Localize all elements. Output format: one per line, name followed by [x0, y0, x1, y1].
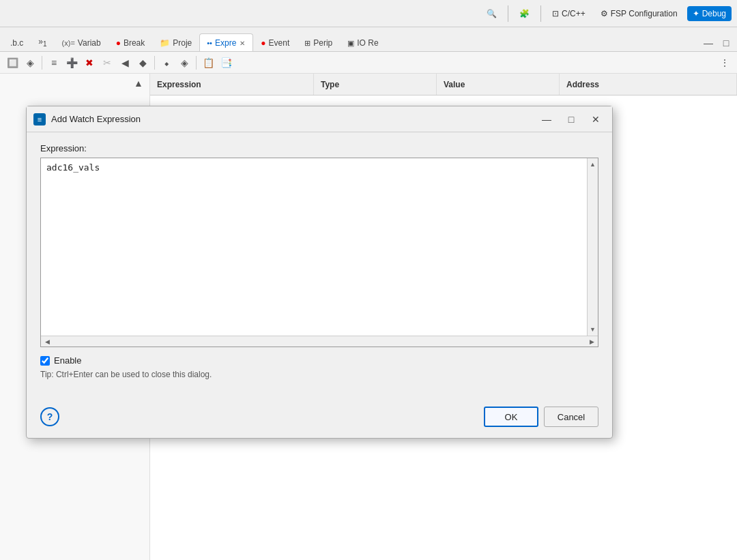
- dialog-maximize-button[interactable]: □: [562, 112, 581, 127]
- dialog-overlay: ≡ Add Watch Expression — □ ✕ Expression:…: [0, 0, 737, 560]
- horizontal-scrollbar[interactable]: ◀ ▶: [41, 336, 598, 347]
- dialog-footer: ? OK Cancel: [27, 398, 612, 438]
- dialog-close-button[interactable]: ✕: [586, 112, 605, 127]
- scroll-down-arrow[interactable]: ▼: [588, 325, 598, 334]
- enable-row: Enable: [40, 355, 598, 366]
- dialog-title-text: Add Watch Expression: [51, 114, 532, 124]
- help-button[interactable]: ?: [40, 407, 59, 426]
- dialog-body: Expression: adc16_vals ▲ ▼ ◀ ▶ Ena: [27, 132, 612, 398]
- ok-button[interactable]: OK: [484, 407, 538, 427]
- tip-text: Tip: Ctrl+Enter can be used to close thi…: [40, 370, 598, 379]
- expression-input[interactable]: adc16_vals: [41, 158, 587, 336]
- vertical-scrollbar[interactable]: ▲ ▼: [587, 158, 598, 336]
- scroll-left-arrow[interactable]: ◀: [42, 337, 52, 347]
- dialog-title-icon: ≡: [33, 113, 46, 126]
- dialog-icon-symbol: ≡: [38, 115, 42, 123]
- cancel-button[interactable]: Cancel: [544, 407, 598, 427]
- dialog-titlebar: ≡ Add Watch Expression — □ ✕: [27, 106, 612, 132]
- enable-checkbox[interactable]: [40, 356, 50, 366]
- expression-textarea-wrapper: adc16_vals ▲ ▼ ◀ ▶: [40, 158, 598, 347]
- enable-label[interactable]: Enable: [54, 355, 81, 366]
- textarea-main-row: adc16_vals ▲ ▼: [41, 158, 598, 336]
- scroll-up-arrow[interactable]: ▲: [588, 160, 598, 169]
- expression-label: Expression:: [40, 143, 598, 153]
- dialog-minimize-button[interactable]: —: [537, 112, 556, 127]
- scroll-right-arrow[interactable]: ▶: [587, 337, 596, 347]
- add-watch-dialog: ≡ Add Watch Expression — □ ✕ Expression:…: [26, 106, 613, 439]
